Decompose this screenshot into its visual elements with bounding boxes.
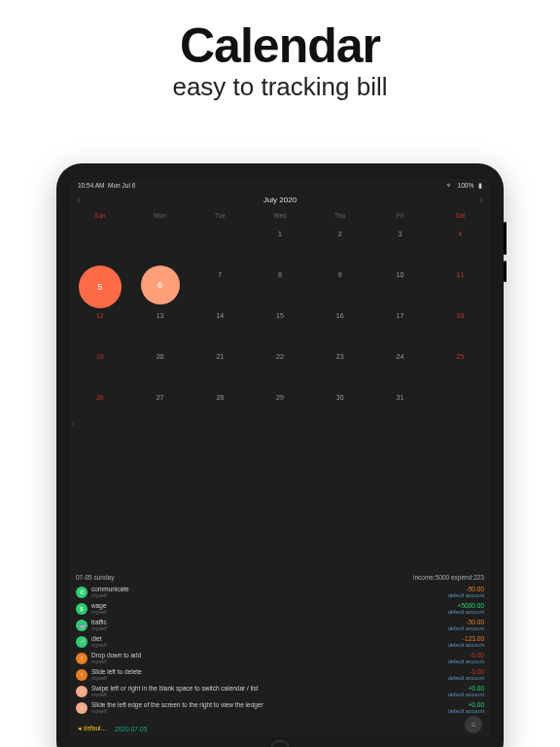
next-month-button[interactable]: › — [476, 194, 486, 207]
list-item[interactable]: !Drop down to addmyself-0.00default acco… — [76, 650, 484, 666]
day-cell[interactable]: 29 — [250, 392, 310, 433]
entry-amount: -0.00 — [448, 652, 484, 658]
day-cell[interactable]: 13 — [130, 310, 191, 351]
hero-title: Calendar — [0, 18, 560, 74]
entry-amount: -123.00 — [448, 635, 484, 642]
entry-amount: +0.00 — [448, 685, 484, 692]
day-cell[interactable]: 8 — [250, 269, 310, 310]
phone-icon: ✆ — [76, 587, 88, 598]
entry-account: default account — [448, 658, 484, 664]
entry-title: Slide the left edge of the screen to the… — [91, 701, 448, 708]
ledger-selector[interactable]: ◂ defaul… — [78, 725, 107, 732]
entry-amount: -50.00 — [448, 619, 484, 625]
entry-subtitle: myself — [91, 642, 448, 648]
list-item[interactable]: !Slide the left edge of the screen to th… — [76, 699, 484, 716]
day-cell[interactable]: 11 — [430, 269, 490, 310]
weekday-wed: Wed — [250, 212, 310, 219]
day-cell[interactable] — [130, 229, 191, 269]
day-cell[interactable] — [70, 229, 130, 269]
day-cell[interactable]: 22 — [250, 351, 310, 392]
day-cell[interactable]: 17 — [370, 310, 431, 351]
day-cell[interactable]: 16 — [310, 310, 370, 351]
volume-button — [504, 261, 507, 282]
status-right: ᯤ 100% ▮ — [443, 182, 482, 190]
entry-account: default account — [448, 625, 484, 631]
app-screen: 10:54 AM Mon Jul 6 ᯤ 100% ▮ ‹ July 2020 … — [70, 179, 490, 737]
list-summary: income:5000 expend:223 — [413, 574, 484, 581]
entry-subtitle: myself — [91, 692, 448, 697]
day-cell[interactable]: 19 — [70, 351, 130, 392]
day-cell[interactable]: 9 — [310, 269, 370, 310]
back-edge-handle[interactable]: ‹ — [71, 419, 74, 429]
list-date-header: 07-05 sunday — [76, 574, 114, 581]
entry-subtitle: myself — [91, 658, 448, 664]
day-cell[interactable]: 24 — [370, 351, 431, 392]
bus-icon: 🚌 — [76, 620, 88, 631]
footer-date[interactable]: 2020-07-05 — [115, 726, 147, 732]
entry-amount: -50.00 — [448, 586, 484, 592]
day-cell[interactable] — [430, 392, 490, 433]
day-cell[interactable] — [190, 229, 250, 269]
entry-account: default account — [448, 609, 484, 615]
home-button[interactable] — [270, 740, 290, 747]
status-time-date: 10:54 AM Mon Jul 6 — [78, 182, 135, 190]
day-cell[interactable]: 23 — [310, 351, 370, 392]
entry-title: Drop down to add — [91, 652, 448, 658]
entry-subtitle: myself — [91, 708, 448, 714]
day-cell[interactable]: 27 — [130, 392, 191, 433]
hero-subtitle: easy to tracking bill — [0, 72, 560, 102]
day-cell[interactable]: 6 — [130, 269, 191, 310]
entry-subtitle: myself — [91, 592, 448, 598]
entry-account: default account — [448, 675, 484, 681]
entry-title: diet — [91, 635, 448, 642]
entry-subtitle: myself — [91, 609, 448, 615]
wifi-icon: ᯤ — [446, 182, 453, 189]
prev-month-button[interactable]: ‹ — [74, 194, 84, 207]
day-cell[interactable]: 20 — [130, 351, 191, 392]
weekday-sun: Sun — [70, 212, 130, 219]
list-item[interactable]: 🚌trafficmyself-50.00default account — [76, 617, 484, 633]
info-icon: ! — [76, 669, 88, 681]
day-cell[interactable]: 4 — [430, 229, 490, 269]
day-cell[interactable]: 25 — [430, 351, 490, 392]
list-item[interactable]: 🍴dietmyself-123.00default account — [76, 633, 484, 650]
entry-subtitle: myself — [91, 625, 448, 631]
list-item[interactable]: !Slide left to deletemyself-0.00default … — [76, 666, 484, 683]
day-cell[interactable]: 2 — [310, 229, 370, 269]
entry-amount: -0.00 — [448, 668, 484, 675]
day-cell[interactable]: 3 — [370, 229, 431, 269]
transaction-list: 07-05 sunday income:5000 expend:223 ✆com… — [70, 570, 490, 716]
weekday-thu: Thu — [310, 212, 370, 219]
tablet-frame: 10:54 AM Mon Jul 6 ᯤ 100% ▮ ‹ July 2020 … — [56, 163, 504, 747]
list-item[interactable]: $wagemyself+5000.00default account — [76, 600, 484, 617]
entry-title: Slide left to delete — [91, 668, 448, 675]
battery-percent: 100% — [458, 182, 474, 189]
fork-icon: 🍴 — [76, 636, 88, 648]
day-cell[interactable]: 31 — [370, 392, 431, 433]
entry-title: Swipe left or right in the blank space t… — [91, 685, 448, 692]
list-item[interactable]: ✆communicatemyself-50.00default account — [76, 584, 484, 600]
weekday-sat: Sat — [430, 212, 490, 219]
day-bubble-active[interactable]: 5 — [79, 266, 122, 308]
day-cell[interactable]: 5 — [70, 269, 130, 310]
day-cell[interactable]: 14 — [190, 310, 250, 351]
day-cell[interactable]: 10 — [370, 269, 431, 310]
day-cell[interactable]: 15 — [250, 310, 310, 351]
day-cell[interactable]: 12 — [70, 310, 130, 351]
entry-title: traffic — [91, 619, 448, 625]
day-cell[interactable]: 7 — [190, 269, 250, 310]
list-item[interactable]: !Swipe left or right in the blank space … — [76, 683, 484, 699]
day-cell[interactable]: 18 — [430, 310, 490, 351]
day-cell[interactable]: 30 — [310, 392, 370, 433]
dollar-icon: $ — [76, 603, 88, 615]
day-cell[interactable]: 21 — [190, 351, 250, 392]
entry-title: wage — [91, 602, 448, 609]
weekday-header: Sun Mon Tue Wed Thu Fri Sat — [70, 212, 490, 219]
menu-button[interactable]: ≡ — [465, 716, 482, 733]
entry-account: default account — [448, 592, 484, 598]
day-bubble-today[interactable]: 6 — [141, 266, 180, 304]
day-cell[interactable]: 28 — [190, 392, 250, 433]
day-cell[interactable]: 1 — [250, 229, 310, 269]
entry-title: communicate — [91, 586, 448, 592]
day-cell[interactable]: 26 — [70, 392, 130, 433]
